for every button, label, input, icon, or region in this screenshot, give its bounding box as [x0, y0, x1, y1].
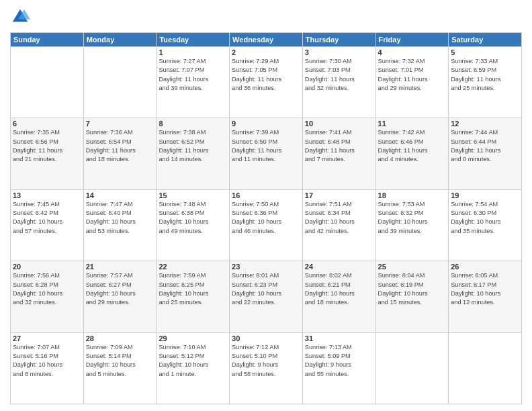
calendar-cell: 9Sunrise: 7:39 AM Sunset: 6:50 PM Daylig… — [230, 118, 303, 189]
calendar-cell — [449, 332, 522, 404]
calendar-cell: 23Sunrise: 8:01 AM Sunset: 6:23 PM Dayli… — [230, 261, 303, 332]
day-number: 25 — [378, 263, 447, 271]
calendar-week-row: 1Sunrise: 7:27 AM Sunset: 7:07 PM Daylig… — [11, 47, 522, 118]
calendar-cell: 24Sunrise: 8:02 AM Sunset: 6:21 PM Dayli… — [302, 261, 375, 332]
calendar-cell: 14Sunrise: 7:47 AM Sunset: 6:40 PM Dayli… — [83, 189, 157, 261]
day-number: 31 — [305, 334, 373, 342]
day-number: 4 — [378, 48, 447, 56]
day-detail: Sunrise: 7:51 AM Sunset: 6:34 PM Dayligh… — [305, 200, 373, 236]
calendar-cell: 1Sunrise: 7:27 AM Sunset: 7:07 PM Daylig… — [157, 47, 230, 118]
day-number: 10 — [305, 120, 373, 128]
calendar-cell: 30Sunrise: 7:12 AM Sunset: 5:10 PM Dayli… — [230, 332, 303, 404]
day-number: 3 — [305, 48, 373, 56]
day-number: 2 — [232, 48, 300, 56]
day-number: 8 — [159, 120, 227, 128]
day-number: 6 — [13, 120, 81, 128]
calendar-cell: 2Sunrise: 7:29 AM Sunset: 7:05 PM Daylig… — [230, 47, 303, 118]
day-of-week-header: Tuesday — [157, 33, 230, 47]
day-number: 5 — [451, 48, 519, 56]
day-detail: Sunrise: 7:27 AM Sunset: 7:07 PM Dayligh… — [159, 57, 227, 93]
day-number: 20 — [13, 263, 81, 271]
day-detail: Sunrise: 7:54 AM Sunset: 6:30 PM Dayligh… — [451, 200, 519, 236]
calendar-cell: 16Sunrise: 7:50 AM Sunset: 6:36 PM Dayli… — [230, 189, 303, 261]
day-detail: Sunrise: 7:30 AM Sunset: 7:03 PM Dayligh… — [305, 57, 373, 93]
day-of-week-header: Friday — [375, 33, 449, 47]
day-number: 7 — [86, 120, 154, 128]
day-detail: Sunrise: 7:57 AM Sunset: 6:27 PM Dayligh… — [86, 271, 154, 307]
calendar-cell: 4Sunrise: 7:32 AM Sunset: 7:01 PM Daylig… — [375, 47, 449, 118]
calendar-cell: 29Sunrise: 7:10 AM Sunset: 5:12 PM Dayli… — [157, 332, 230, 404]
calendar-cell: 27Sunrise: 7:07 AM Sunset: 5:16 PM Dayli… — [11, 332, 84, 404]
day-detail: Sunrise: 7:41 AM Sunset: 6:48 PM Dayligh… — [305, 128, 373, 164]
day-number: 15 — [159, 191, 227, 199]
day-detail: Sunrise: 7:32 AM Sunset: 7:01 PM Dayligh… — [378, 57, 447, 93]
day-number: 19 — [451, 191, 519, 199]
day-detail: Sunrise: 7:59 AM Sunset: 6:25 PM Dayligh… — [159, 271, 227, 307]
day-of-week-header: Thursday — [302, 33, 375, 47]
day-detail: Sunrise: 7:10 AM Sunset: 5:12 PM Dayligh… — [159, 343, 227, 379]
calendar-cell: 12Sunrise: 7:44 AM Sunset: 6:44 PM Dayli… — [449, 118, 522, 189]
day-detail: Sunrise: 7:48 AM Sunset: 6:38 PM Dayligh… — [159, 200, 227, 236]
header — [10, 7, 522, 27]
day-number: 29 — [159, 334, 227, 342]
calendar-cell — [83, 47, 157, 118]
page: SundayMondayTuesdayWednesdayThursdayFrid… — [0, 0, 532, 411]
day-detail: Sunrise: 7:29 AM Sunset: 7:05 PM Dayligh… — [232, 57, 300, 93]
calendar-cell: 3Sunrise: 7:30 AM Sunset: 7:03 PM Daylig… — [302, 47, 375, 118]
calendar-table: SundayMondayTuesdayWednesdayThursdayFrid… — [10, 32, 522, 404]
day-number: 26 — [451, 263, 519, 271]
calendar-cell: 10Sunrise: 7:41 AM Sunset: 6:48 PM Dayli… — [302, 118, 375, 189]
calendar-cell: 18Sunrise: 7:53 AM Sunset: 6:32 PM Dayli… — [375, 189, 449, 261]
day-number: 27 — [13, 334, 81, 342]
calendar-cell: 21Sunrise: 7:57 AM Sunset: 6:27 PM Dayli… — [83, 261, 157, 332]
day-detail: Sunrise: 7:47 AM Sunset: 6:40 PM Dayligh… — [86, 200, 154, 236]
day-detail: Sunrise: 8:04 AM Sunset: 6:19 PM Dayligh… — [378, 271, 447, 307]
day-detail: Sunrise: 7:50 AM Sunset: 6:36 PM Dayligh… — [232, 200, 300, 236]
calendar-cell — [11, 47, 84, 118]
day-detail: Sunrise: 7:39 AM Sunset: 6:50 PM Dayligh… — [232, 128, 300, 164]
day-detail: Sunrise: 7:35 AM Sunset: 6:56 PM Dayligh… — [13, 128, 81, 164]
day-detail: Sunrise: 8:05 AM Sunset: 6:17 PM Dayligh… — [451, 271, 519, 307]
day-number: 9 — [232, 120, 300, 128]
calendar-cell: 15Sunrise: 7:48 AM Sunset: 6:38 PM Dayli… — [157, 189, 230, 261]
day-detail: Sunrise: 7:07 AM Sunset: 5:16 PM Dayligh… — [13, 343, 81, 379]
calendar-week-row: 27Sunrise: 7:07 AM Sunset: 5:16 PM Dayli… — [11, 332, 522, 404]
day-of-week-header: Sunday — [11, 33, 84, 47]
day-number: 16 — [232, 191, 300, 199]
calendar-cell: 7Sunrise: 7:36 AM Sunset: 6:54 PM Daylig… — [83, 118, 157, 189]
day-detail: Sunrise: 7:53 AM Sunset: 6:32 PM Dayligh… — [378, 200, 447, 236]
day-of-week-header: Saturday — [449, 33, 522, 47]
day-number: 17 — [305, 191, 373, 199]
calendar-cell: 22Sunrise: 7:59 AM Sunset: 6:25 PM Dayli… — [157, 261, 230, 332]
day-number: 14 — [86, 191, 154, 199]
day-of-week-header: Monday — [83, 33, 157, 47]
calendar-cell: 5Sunrise: 7:33 AM Sunset: 6:59 PM Daylig… — [449, 47, 522, 118]
day-detail: Sunrise: 7:38 AM Sunset: 6:52 PM Dayligh… — [159, 128, 227, 164]
day-number: 12 — [451, 120, 519, 128]
calendar-cell: 26Sunrise: 8:05 AM Sunset: 6:17 PM Dayli… — [449, 261, 522, 332]
day-number: 1 — [159, 48, 227, 56]
day-number: 13 — [13, 191, 81, 199]
logo-icon — [10, 7, 30, 27]
calendar-cell: 31Sunrise: 7:13 AM Sunset: 5:09 PM Dayli… — [302, 332, 375, 404]
day-detail: Sunrise: 7:33 AM Sunset: 6:59 PM Dayligh… — [451, 57, 519, 93]
day-detail: Sunrise: 7:13 AM Sunset: 5:09 PM Dayligh… — [305, 343, 373, 379]
calendar-week-row: 13Sunrise: 7:45 AM Sunset: 6:42 PM Dayli… — [11, 189, 522, 261]
day-number: 28 — [86, 334, 154, 342]
calendar-week-row: 6Sunrise: 7:35 AM Sunset: 6:56 PM Daylig… — [11, 118, 522, 189]
calendar-cell — [375, 332, 449, 404]
day-number: 11 — [378, 120, 447, 128]
calendar-cell: 20Sunrise: 7:56 AM Sunset: 6:28 PM Dayli… — [11, 261, 84, 332]
calendar-cell: 17Sunrise: 7:51 AM Sunset: 6:34 PM Dayli… — [302, 189, 375, 261]
day-number: 23 — [232, 263, 300, 271]
day-detail: Sunrise: 7:09 AM Sunset: 5:14 PM Dayligh… — [86, 343, 154, 379]
calendar-cell: 19Sunrise: 7:54 AM Sunset: 6:30 PM Dayli… — [449, 189, 522, 261]
day-detail: Sunrise: 7:12 AM Sunset: 5:10 PM Dayligh… — [232, 343, 300, 379]
calendar-header-row: SundayMondayTuesdayWednesdayThursdayFrid… — [11, 33, 522, 47]
calendar-cell: 13Sunrise: 7:45 AM Sunset: 6:42 PM Dayli… — [11, 189, 84, 261]
calendar-cell: 28Sunrise: 7:09 AM Sunset: 5:14 PM Dayli… — [83, 332, 157, 404]
day-detail: Sunrise: 7:44 AM Sunset: 6:44 PM Dayligh… — [451, 128, 519, 164]
calendar-cell: 8Sunrise: 7:38 AM Sunset: 6:52 PM Daylig… — [157, 118, 230, 189]
day-number: 21 — [86, 263, 154, 271]
calendar-cell: 11Sunrise: 7:42 AM Sunset: 6:46 PM Dayli… — [375, 118, 449, 189]
